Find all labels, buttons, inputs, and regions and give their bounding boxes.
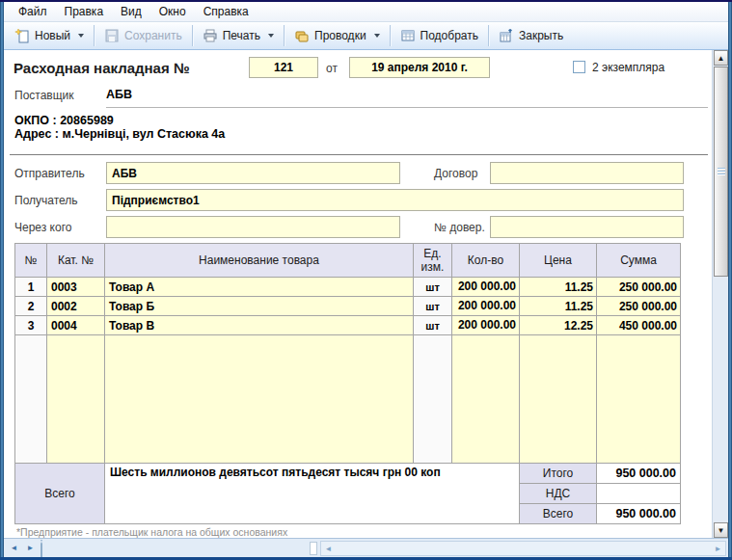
cell-sum[interactable]: 450 000.00 bbox=[597, 316, 681, 335]
two-copies-checkbox[interactable] bbox=[573, 61, 585, 73]
col-header-sum: Сумма bbox=[597, 244, 681, 278]
cell-num[interactable]: 2 bbox=[15, 297, 47, 316]
app-window: Файл Правка Вид Окно Справка Новый Сохра… bbox=[0, 0, 732, 560]
sender-field[interactable]: АБВ bbox=[106, 162, 400, 184]
horizontal-scrollbar[interactable]: ◄ ► bbox=[320, 541, 726, 556]
scroll-down-icon: ▼ bbox=[718, 526, 725, 535]
itogo-value: 950 000.00 bbox=[597, 464, 681, 484]
cell-price[interactable]: 11.25 bbox=[520, 278, 597, 297]
table-row: 3 0004 Товар В шт 200 000.00 12.25 450 0… bbox=[15, 316, 681, 335]
tab-scroll-right-button[interactable]: ► bbox=[23, 541, 38, 555]
folders-icon bbox=[294, 28, 310, 43]
save-button[interactable]: Сохранить bbox=[97, 24, 189, 47]
hscroll-left-button[interactable]: ◄ bbox=[321, 542, 336, 555]
menu-help[interactable]: Справка bbox=[195, 3, 258, 20]
grid-icon bbox=[400, 28, 416, 43]
vertical-scrollbar-thumb[interactable] bbox=[714, 67, 728, 277]
new-button[interactable]: Новый bbox=[8, 24, 91, 47]
table-row: 1 0003 Товар А шт 200 000.00 11.25 250 0… bbox=[15, 278, 681, 297]
from-label: от bbox=[326, 62, 338, 75]
scrollbar-grip-icon bbox=[718, 168, 725, 176]
pick-button-label: Подобрать bbox=[420, 29, 478, 42]
proxy-number-label: № довер. bbox=[434, 221, 485, 234]
cell-name[interactable]: Товар А bbox=[105, 278, 414, 297]
col-header-qty: Кол-во bbox=[452, 244, 520, 278]
separator-line bbox=[10, 154, 708, 155]
invoice-date-field[interactable]: 19 апреля 2010 г. bbox=[349, 57, 490, 78]
two-copies-label: 2 экземпляра bbox=[592, 61, 664, 74]
printer-icon bbox=[203, 28, 218, 43]
scroll-up-button[interactable]: ▲ bbox=[714, 50, 728, 66]
supplier-label: Поставщик bbox=[14, 89, 74, 102]
toolbar-separator bbox=[94, 25, 95, 46]
empty-table-area[interactable] bbox=[15, 335, 681, 464]
hscroll-right-button[interactable]: ► bbox=[711, 542, 725, 555]
pick-button[interactable]: Подобрать bbox=[393, 24, 485, 47]
separator-line bbox=[106, 107, 708, 108]
cell-cat[interactable]: 0002 bbox=[47, 297, 105, 316]
vsego-label: Всего bbox=[520, 504, 597, 524]
cell-unit[interactable]: шт bbox=[414, 297, 452, 316]
tab-navigation: ◄ ► bbox=[4, 541, 41, 555]
table-row: 2 0002 Товар Б шт 200 000.00 11.25 250 0… bbox=[15, 297, 681, 316]
cell-qty[interactable]: 200 000.00 bbox=[452, 278, 520, 297]
cell-price[interactable]: 12.25 bbox=[520, 316, 597, 335]
receiver-field[interactable]: Підприємство1 bbox=[106, 189, 684, 211]
cell-qty[interactable]: 200 000.00 bbox=[452, 316, 520, 335]
cell-num[interactable]: 3 bbox=[15, 316, 47, 335]
cell-unit[interactable]: шт bbox=[414, 278, 452, 297]
entries-dropdown-arrow-icon[interactable] bbox=[374, 34, 380, 38]
vertical-scrollbar[interactable]: ▲ ▼ bbox=[712, 50, 728, 538]
cell-name[interactable]: Товар В bbox=[105, 316, 414, 335]
supplier-value: АБВ bbox=[106, 88, 132, 101]
cell-num[interactable]: 1 bbox=[15, 278, 47, 297]
right-arrow-icon: ► bbox=[27, 544, 35, 552]
cell-cat[interactable]: 0003 bbox=[47, 278, 105, 297]
tab-scroll-left-button[interactable]: ◄ bbox=[7, 541, 21, 555]
new-document-icon bbox=[14, 28, 30, 43]
items-table: № Кат. № Наименование товара Ед. изм. Ко… bbox=[14, 243, 681, 524]
toolbar: Новый Сохранить Печать Проводки bbox=[4, 22, 728, 50]
active-tab[interactable]: Расходная накладная bbox=[41, 540, 42, 557]
table-arrow-icon bbox=[499, 28, 514, 43]
close-button-label: Закрыть bbox=[519, 29, 563, 42]
sender-label: Отправитель bbox=[14, 167, 85, 180]
menu-view[interactable]: Вид bbox=[112, 3, 150, 20]
cell-price[interactable]: 11.25 bbox=[520, 297, 597, 316]
nds-label: НДС bbox=[520, 484, 597, 504]
scrollbar-splitter-handle[interactable] bbox=[310, 542, 317, 555]
print-dropdown-arrow-icon[interactable] bbox=[268, 34, 274, 38]
cell-cat[interactable]: 0004 bbox=[47, 316, 105, 335]
entries-button[interactable]: Проводки bbox=[287, 24, 387, 47]
col-header-num: № bbox=[15, 244, 47, 278]
new-dropdown-arrow-icon[interactable] bbox=[78, 34, 84, 38]
cell-sum[interactable]: 250 000.00 bbox=[597, 278, 681, 297]
menu-file[interactable]: Файл bbox=[10, 3, 56, 20]
menu-window[interactable]: Окно bbox=[150, 3, 195, 20]
cell-qty[interactable]: 200 000.00 bbox=[452, 297, 520, 316]
vsego-value: 950 000.00 bbox=[597, 504, 681, 524]
menu-edit[interactable]: Правка bbox=[56, 3, 113, 20]
left-arrow-icon: ◄ bbox=[325, 545, 333, 553]
proxy-number-field[interactable] bbox=[490, 216, 684, 238]
receiver-label: Получатель bbox=[14, 194, 78, 207]
cell-name[interactable]: Товар Б bbox=[105, 297, 414, 316]
toolbar-separator bbox=[284, 25, 285, 46]
table-header-row: № Кат. № Наименование товара Ед. изм. Ко… bbox=[15, 244, 681, 278]
cell-sum[interactable]: 250 000.00 bbox=[597, 297, 681, 316]
contract-field[interactable] bbox=[490, 162, 684, 184]
new-button-label: Новый bbox=[35, 29, 70, 42]
toolbar-separator bbox=[390, 25, 391, 46]
document-title: Расходная накладная № bbox=[14, 60, 190, 76]
scroll-down-button[interactable]: ▼ bbox=[714, 522, 728, 538]
print-button[interactable]: Печать bbox=[196, 24, 281, 47]
via-label: Через кого bbox=[14, 221, 71, 234]
via-field[interactable] bbox=[106, 216, 400, 238]
close-button[interactable]: Закрыть bbox=[492, 24, 570, 47]
invoice-number-field[interactable]: 121 bbox=[249, 57, 318, 78]
col-header-cat: Кат. № bbox=[47, 244, 105, 278]
tab-bar: ◄ ► Расходная накладная ◄ ► bbox=[4, 538, 728, 557]
cell-unit[interactable]: шт bbox=[414, 316, 452, 335]
invoice-form: Расходная накладная № 121 от 19 апреля 2… bbox=[4, 50, 712, 538]
totals-left-label: Всего bbox=[15, 464, 105, 524]
